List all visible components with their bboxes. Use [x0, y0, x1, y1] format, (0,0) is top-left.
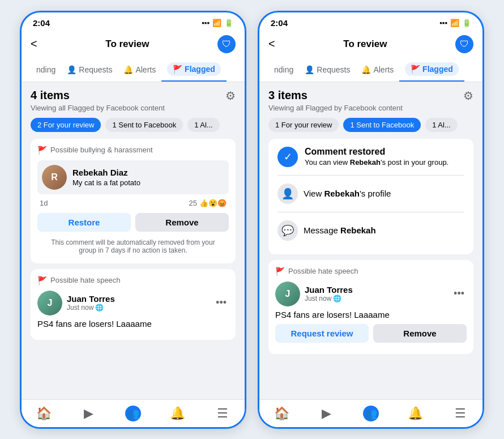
top-nav-right: < To review 🛡 [259, 31, 482, 58]
tab-requests-right[interactable]: 👤 Requests [299, 58, 356, 82]
page-title-right: To review [343, 39, 387, 50]
battery-icon-right: 🔋 [462, 19, 471, 27]
action-buttons-juan-right: Request review Remove [275, 324, 467, 343]
flag-label-hate-left: Possible hate speech [50, 276, 121, 284]
bottom-nav-right: 🏠 ▶ 👥 🔔 ☰ [259, 399, 482, 427]
signal-icon: ▪▪▪ [202, 19, 210, 27]
tab-pending-left[interactable]: nding [31, 58, 61, 82]
restore-button[interactable]: Restore [37, 213, 131, 232]
restored-body: You can view Rebekah's post in your grou… [305, 158, 449, 167]
tabs-row-left: nding 👤 Requests 🔔 Alerts 🚩 Flagged [22, 58, 245, 82]
status-time-right: 2:04 [271, 18, 288, 28]
tab-flagged-right[interactable]: 🚩 Flagged [399, 58, 464, 82]
flagged-icon-right: 🚩 [411, 65, 420, 74]
back-button-right[interactable]: < [268, 37, 275, 50]
rebekah-comment: My cat is a fat potato [72, 178, 140, 187]
tab-alerts-right[interactable]: 🔔 Alerts [356, 58, 399, 82]
message-link[interactable]: 💬 Message Rebekah [277, 215, 464, 246]
meta-row-rebekah: 1d 25 👍😮😡 [37, 199, 229, 207]
more-button-juan-right[interactable]: ••• [451, 285, 467, 302]
battery-icon: 🔋 [224, 19, 233, 27]
nav-menu-left[interactable]: ☰ [215, 406, 230, 421]
tab-alerts-left[interactable]: 🔔 Alerts [118, 58, 161, 82]
phone-right: 2:04 ▪▪▪ 📶 🔋 < To review 🛡 nding 👤 Reque… [258, 11, 484, 429]
nav-menu-right[interactable]: ☰ [452, 406, 468, 421]
juan-meta-right: Juan Torres Just now 🌐 [305, 285, 447, 302]
globe-icon-left: 🌐 [95, 304, 104, 312]
filter-chips-left: 2 For your review 1 Sent to Facebook 1 A… [31, 118, 236, 132]
more-button-juan-left[interactable]: ••• [213, 295, 229, 311]
nav-home-right[interactable]: 🏠 [274, 406, 289, 421]
top-nav-left: < To review 🛡 [22, 31, 245, 58]
nav-notifications-right[interactable]: 🔔 [408, 406, 424, 421]
restored-header: ✓ Comment restored You can view Rebekah'… [277, 147, 464, 167]
remove-button-right[interactable]: Remove [373, 324, 467, 343]
items-count-left: 4 items [31, 89, 70, 102]
shield-icon-left[interactable]: 🛡 [217, 35, 236, 53]
page-title-left: To review [105, 39, 149, 50]
status-icons-left: ▪▪▪ 📶 🔋 [202, 19, 233, 27]
card-hate-left: 🚩 Possible hate speech J Juan Torres Jus… [31, 269, 236, 340]
nav-video-right[interactable]: ▶ [318, 406, 334, 421]
gear-button-left[interactable]: ⚙ [225, 89, 236, 103]
requests-icon-right: 👤 [305, 65, 314, 74]
flag-icon-bullying: 🚩 [37, 146, 47, 155]
viewing-text-right: Viewing all Flagged by Facebook content [268, 104, 473, 112]
avatar-juan-right: J [275, 282, 300, 306]
alerts-icon: 🔔 [123, 65, 133, 74]
phone-left: 2:04 ▪▪▪ 📶 🔋 < To review 🛡 nding 👤 Reque… [20, 11, 246, 429]
chip-for-review-right[interactable]: 1 For your review [268, 118, 339, 132]
view-profile-link[interactable]: 👤 View Rebekah's profile [277, 178, 464, 210]
message-text: Message Rebekah [304, 225, 376, 235]
divider-1 [277, 175, 464, 176]
juan-post-text-right: PS4 fans are losers! Laaaame [275, 310, 467, 319]
chip-sent-left[interactable]: 1 Sent to Facebook [105, 118, 183, 132]
reaction-count: 25 [189, 199, 197, 207]
chip-alert-right[interactable]: 1 Al... [425, 118, 458, 132]
bottom-nav-left: 🏠 ▶ 👥 🔔 ☰ [22, 399, 245, 427]
check-icon: ✓ [277, 147, 298, 167]
shield-icon-right[interactable]: 🛡 [455, 35, 473, 53]
items-header-right: 3 items ⚙ [268, 89, 473, 103]
tab-flagged-left[interactable]: 🚩 Flagged [161, 58, 227, 82]
restored-title: Comment restored [305, 147, 449, 157]
flag-icon-hate-right: 🚩 [275, 267, 285, 276]
flagged-tab-right[interactable]: 🚩 Flagged [405, 62, 459, 76]
chip-alert-left[interactable]: 1 Al... [187, 118, 220, 132]
items-count-right: 3 items [268, 89, 307, 102]
juan-name-left: Juan Torres [67, 294, 209, 304]
request-review-button[interactable]: Request review [275, 324, 369, 343]
user-row-rebekah: R Rebekah Diaz My cat is a fat potato [37, 160, 229, 194]
nav-video-left[interactable]: ▶ [80, 406, 96, 421]
wifi-icon-right: 📶 [450, 19, 459, 27]
remove-button[interactable]: Remove [135, 213, 229, 232]
view-profile-text: View Rebekah's profile [304, 189, 391, 198]
avatar-rebekah: R [42, 165, 67, 190]
card-header-bullying: 🚩 Possible bullying & harassment [37, 146, 229, 155]
flag-icon-hate-left: 🚩 [37, 276, 47, 285]
card-bullying-left: 🚩 Possible bullying & harassment R Rebek… [31, 139, 236, 263]
nav-home-left[interactable]: 🏠 [36, 406, 52, 421]
app-container: 2:04 ▪▪▪ 📶 🔋 < To review 🛡 nding 👤 Reque… [8, 0, 496, 439]
nav-groups-left[interactable]: 👥 [125, 406, 141, 421]
status-bar-right: 2:04 ▪▪▪ 📶 🔋 [259, 12, 482, 31]
nav-notifications-left[interactable]: 🔔 [170, 406, 186, 421]
rebekah-name: Rebekah Diaz [72, 168, 140, 177]
chip-sent-right[interactable]: 1 Sent to Facebook [343, 118, 421, 132]
tab-requests-left[interactable]: 👤 Requests [61, 58, 118, 82]
signal-icon-right: ▪▪▪ [439, 19, 447, 27]
reactions-rebekah: 25 👍😮😡 [189, 199, 227, 207]
nav-groups-right[interactable]: 👥 [363, 406, 379, 421]
chip-for-review-left[interactable]: 2 For your review [31, 118, 101, 132]
wifi-icon: 📶 [212, 19, 221, 27]
flagged-tab-left[interactable]: 🚩 Flagged [167, 62, 221, 76]
tab-pending-right[interactable]: nding [268, 58, 299, 82]
card-header-hate-left: 🚩 Possible hate speech [37, 276, 229, 285]
filter-chips-right: 1 For your review 1 Sent to Facebook 1 A… [268, 118, 473, 132]
auto-remove-text: This comment will be automatically remov… [37, 236, 229, 257]
alerts-icon-right: 🔔 [361, 65, 371, 74]
rebekah-info: Rebekah Diaz My cat is a fat potato [72, 168, 140, 187]
back-button-left[interactable]: < [31, 37, 37, 50]
gear-button-right[interactable]: ⚙ [463, 89, 473, 103]
reaction-emojis: 👍😮😡 [199, 199, 227, 207]
